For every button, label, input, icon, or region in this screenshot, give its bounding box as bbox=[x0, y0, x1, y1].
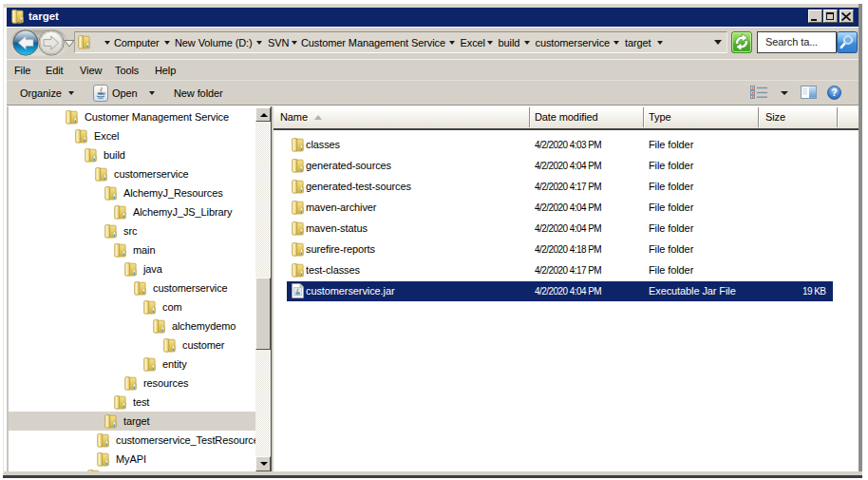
svg-text:?: ? bbox=[831, 86, 837, 98]
